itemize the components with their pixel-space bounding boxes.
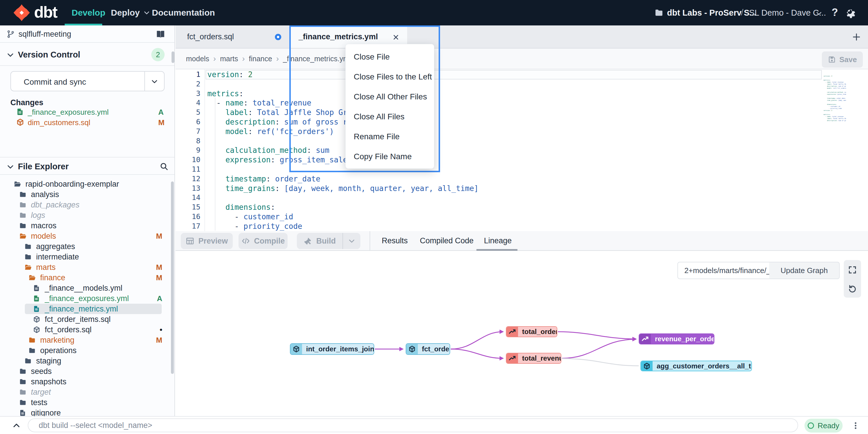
model-cube-icon — [16, 118, 24, 126]
sidebar-scrollbar-thumb[interactable] — [172, 52, 175, 63]
tree-item-finance-models-yml[interactable]: _finance__models.yml — [0, 283, 175, 293]
close-icon[interactable] — [392, 33, 400, 41]
nav-deploy[interactable]: Deploy — [111, 0, 150, 25]
menu-item-close-files-left[interactable]: Close Files to the Left — [346, 67, 434, 87]
nav-documentation[interactable]: Documentation — [152, 0, 215, 25]
editor-gutter: 1234567891011121314151617 — [176, 70, 200, 231]
editor-minimap[interactable]: version: 2 metrics: - name: total_revenu… — [824, 75, 846, 121]
lineage-node-total-revenue[interactable]: total_revenue — [506, 353, 561, 364]
help-icon[interactable]: ? — [832, 6, 838, 19]
tree-item-seeds[interactable]: seeds — [0, 366, 175, 376]
new-tab-plus-icon[interactable] — [852, 32, 861, 41]
build-button[interactable]: Build — [297, 233, 342, 249]
active-nav-underline — [65, 24, 102, 25]
save-button[interactable]: Save — [822, 52, 863, 68]
folder-icon — [19, 368, 27, 375]
file-explorer-header[interactable]: File Explorer — [0, 157, 175, 175]
tree-item-fct-order-items[interactable]: fct_order_items.sql — [0, 314, 175, 324]
preview-button[interactable]: Preview — [181, 233, 233, 249]
file-icon — [19, 409, 27, 416]
status-circle-icon — [808, 423, 814, 429]
tree-item-analysis[interactable]: analysis — [0, 189, 175, 200]
tree-item-logs[interactable]: logs — [0, 210, 175, 221]
tree-item-root[interactable]: rapid-onboarding-exemplar — [0, 179, 175, 189]
tree-item-aggregates[interactable]: aggregates — [0, 241, 175, 252]
menu-item-close-all[interactable]: Close All Files — [346, 107, 434, 126]
tree-item-gitignore[interactable]: gitignore — [0, 408, 175, 416]
folder-icon — [19, 191, 27, 198]
folder-open-icon — [28, 274, 36, 282]
chevron-down-icon[interactable] — [151, 78, 158, 85]
project-folder-icon — [654, 8, 663, 17]
menu-item-close-file[interactable]: Close File — [346, 47, 434, 67]
tree-item-finance-metrics-yml[interactable]: _finance_metrics.yml — [0, 304, 175, 314]
file-explorer-title: File Explorer — [18, 162, 69, 171]
folder-icon — [19, 222, 27, 229]
tree-item-finance[interactable]: financeM — [0, 272, 175, 283]
tree-item-macros[interactable]: macros — [0, 221, 175, 231]
tree-item-dbt-packages[interactable]: dbt_packages — [0, 200, 175, 210]
version-control-title: Version Control — [18, 50, 80, 60]
chevron-down-icon[interactable] — [815, 10, 823, 17]
folder-open-icon — [13, 180, 22, 188]
lineage-node-int-order-items-joined[interactable]: int_order_items_joined — [290, 343, 374, 355]
tree-item-finance-exposures-yml[interactable]: _finance_exposures.ymlA — [0, 293, 175, 304]
git-status-badge: M — [158, 118, 164, 127]
kebab-menu-icon[interactable] — [851, 421, 860, 431]
tree-item-models[interactable]: modelsM — [0, 231, 175, 241]
nav-develop[interactable]: Develop — [72, 0, 105, 25]
lineage-panel: int_order_items_joined fct_orders total_… — [176, 251, 868, 416]
lineage-node-fct-orders[interactable]: fct_orders — [406, 343, 450, 355]
tree-item-fct-orders[interactable]: fct_orders.sql• — [0, 324, 175, 335]
metric-chart-icon — [508, 328, 516, 336]
tree-item-marketing[interactable]: marketingM — [0, 335, 175, 345]
lineage-controls — [844, 260, 861, 298]
model-cube-icon — [32, 326, 41, 334]
update-graph-button[interactable]: Update Graph — [769, 262, 840, 279]
folder-icon — [19, 399, 27, 406]
chevron-right-icon: › — [242, 54, 245, 63]
project-name[interactable]: SL Demo - Dave C... — [749, 8, 826, 18]
changed-file-row[interactable]: _finance_exposures.yml A — [0, 107, 175, 117]
preview-table-icon — [186, 237, 194, 245]
tab-fct-orders-sql[interactable]: fct_orders.sql — [176, 25, 290, 48]
tab-results[interactable]: Results — [382, 231, 408, 250]
tree-item-operations[interactable]: operations — [0, 345, 175, 356]
folder-open-icon — [19, 232, 27, 240]
tree-item-marts[interactable]: martsM — [0, 262, 175, 272]
version-control-header[interactable]: Version Control 2 — [0, 43, 175, 66]
tree-item-target[interactable]: target — [0, 387, 175, 397]
lineage-node-total-orders[interactable]: total_orders — [506, 326, 557, 337]
gear-icon[interactable] — [844, 7, 855, 19]
dbt-logo-icon[interactable] — [13, 4, 31, 22]
search-icon[interactable] — [159, 162, 168, 171]
lineage-filter-input[interactable]: 2+models/marts/finance/_fir — [677, 262, 770, 279]
tree-item-staging[interactable]: staging — [0, 356, 175, 366]
build-options-chevron[interactable] — [342, 233, 360, 249]
command-input[interactable] — [28, 418, 798, 432]
menu-item-copy-file-name[interactable]: Copy File Name — [346, 146, 434, 167]
lineage-node-revenue-per-order[interactable]: revenue_per_order — [639, 334, 714, 344]
branch-name[interactable]: sqlfluff-meeting — [19, 30, 71, 39]
menu-item-close-all-other[interactable]: Close All Other Files — [346, 87, 434, 107]
tree-item-intermediate[interactable]: intermediate — [0, 252, 175, 262]
folder-icon — [19, 201, 27, 209]
code-lines: version: 2 metrics: - name: total_revenu… — [207, 70, 825, 231]
file-tree-scrollbar-thumb[interactable] — [171, 181, 174, 374]
code-editor[interactable]: 1234567891011121314151617 version: 2 met… — [176, 69, 868, 231]
lineage-node-agg-customer-orders-all-time[interactable]: agg_customer_orders__all_time — [641, 360, 752, 371]
tab-compiled-code[interactable]: Compiled Code — [420, 231, 473, 250]
compile-button[interactable]: Compile — [239, 233, 288, 249]
chevron-right-icon: › — [276, 54, 279, 63]
docs-book-icon[interactable] — [155, 29, 166, 39]
chevron-down-icon — [143, 9, 150, 16]
tab-lineage[interactable]: Lineage — [484, 231, 512, 250]
tree-item-tests[interactable]: tests — [0, 397, 175, 408]
tree-item-snapshots[interactable]: snapshots — [0, 376, 175, 387]
reset-view-icon[interactable] — [848, 284, 857, 293]
chevron-up-icon[interactable] — [12, 421, 21, 430]
commit-and-sync-button[interactable]: Commit and sync — [10, 71, 164, 91]
fullscreen-icon[interactable] — [848, 265, 857, 274]
menu-item-rename-file[interactable]: Rename File — [346, 126, 434, 146]
changed-file-row[interactable]: dim_customers.sql M — [0, 117, 175, 128]
